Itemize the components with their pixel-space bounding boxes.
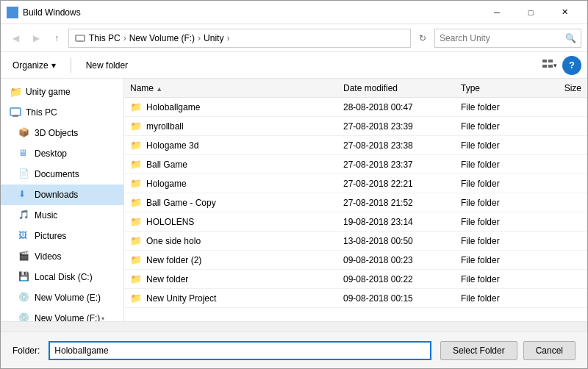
sidebar-item-videos[interactable]: 🎬 Videos <box>1 246 123 267</box>
path-segment-newvolume: New Volume (F:) <box>129 33 195 43</box>
file-folder-icon: 📁 <box>130 273 142 284</box>
file-type: File folder <box>455 274 528 284</box>
sidebar-item-local-disk-c[interactable]: 💾 Local Disk (C:) <box>1 267 123 287</box>
help-button[interactable]: ? <box>562 56 581 75</box>
svg-rect-13 <box>12 116 18 117</box>
close-button[interactable]: ✕ <box>548 1 581 24</box>
file-type: File folder <box>455 236 528 246</box>
search-icon: 🔍 <box>565 33 576 43</box>
pictures-icon: 🖼 <box>18 230 30 242</box>
file-folder-icon: 📁 <box>130 197 142 208</box>
address-bar: ◀ ▶ ↑ This PC › New Volume (F:) › Unity … <box>1 24 587 52</box>
folder-input[interactable] <box>49 341 431 360</box>
file-date: 09-08-2018 00:23 <box>337 255 455 265</box>
table-row[interactable]: 📁 Hologame 3d 27-08-2018 23:38 File fold… <box>124 136 587 155</box>
file-type: File folder <box>455 121 528 132</box>
sidebar-item-new-volume-e[interactable]: 💿 New Volume (E:) <box>1 287 123 308</box>
organize-arrow-icon: ▾ <box>51 60 56 71</box>
file-date: 09-08-2018 00:22 <box>337 274 455 284</box>
file-date: 13-08-2018 00:50 <box>337 236 455 246</box>
minimize-button[interactable]: ─ <box>480 1 514 24</box>
svg-rect-0 <box>8 8 12 12</box>
videos-icon: 🎬 <box>18 251 30 262</box>
search-input[interactable] <box>440 33 565 43</box>
file-folder-icon: 📁 <box>130 178 142 189</box>
table-row[interactable]: 📁 Ball Game 27-08-2018 23:37 File folder <box>124 155 587 174</box>
file-rows-container: 📁 Holoballgame 28-08-2018 00:47 File fol… <box>124 98 587 308</box>
column-size[interactable]: Size <box>528 83 587 93</box>
horizontal-scrollbar[interactable] <box>1 321 587 332</box>
file-name: 📁 One side holo <box>124 235 337 246</box>
address-path[interactable]: This PC › New Volume (F:) › Unity › <box>68 29 411 48</box>
svg-rect-9 <box>542 65 547 68</box>
back-button[interactable]: ◀ <box>7 29 24 47</box>
computer-icon <box>10 107 21 118</box>
svg-rect-4 <box>76 35 85 41</box>
sidebar-item-documents[interactable]: 📄 Documents <box>1 164 123 184</box>
file-list: Name ▲ Date modified Type Size 📁 Holobal… <box>124 79 587 321</box>
file-name: 📁 New Unity Project <box>124 293 337 304</box>
file-date: 19-08-2018 23:14 <box>337 217 455 227</box>
path-segment-unity: Unity <box>204 33 223 43</box>
file-folder-icon: 📁 <box>130 235 142 246</box>
sidebar-item-downloads[interactable]: ⬇ Downloads <box>1 184 123 205</box>
file-name: 📁 Ball Game <box>124 159 337 170</box>
file-name: 📁 Hologame 3d <box>124 140 337 151</box>
table-row[interactable]: 📁 New folder 09-08-2018 00:22 File folde… <box>124 270 587 289</box>
table-row[interactable]: 📁 New folder (2) 09-08-2018 00:23 File f… <box>124 251 587 270</box>
svg-rect-6 <box>77 41 83 42</box>
refresh-button[interactable]: ↻ <box>414 29 431 47</box>
footer-buttons: Select Folder Cancel <box>440 341 576 360</box>
sidebar-item-desktop[interactable]: 🖥 Desktop <box>1 143 123 164</box>
file-name: 📁 New folder (2) <box>124 254 337 265</box>
cancel-button[interactable]: Cancel <box>523 341 576 360</box>
up-button[interactable]: ↑ <box>48 29 65 47</box>
sidebar-item-music[interactable]: 🎵 Music <box>1 205 123 226</box>
sidebar-item-pictures[interactable]: 🖼 Pictures <box>1 226 123 246</box>
column-date[interactable]: Date modified <box>337 83 455 93</box>
table-row[interactable]: 📁 HOLOLENS 19-08-2018 23:14 File folder <box>124 212 587 232</box>
footer: Folder: Select Folder Cancel <box>1 332 587 368</box>
table-row[interactable]: 📁 myrollball 27-08-2018 23:39 File folde… <box>124 117 587 136</box>
search-box[interactable]: 🔍 <box>434 29 581 48</box>
organize-button[interactable]: Organize ▾ <box>7 56 62 75</box>
select-folder-button[interactable]: Select Folder <box>440 341 517 360</box>
title-bar-controls: ─ □ ✕ <box>480 1 581 24</box>
drive-f-icon: 💿 <box>18 312 30 321</box>
new-folder-button[interactable]: New folder <box>80 56 134 75</box>
toolbar: Organize ▾ New folder ▾ ? <box>1 52 587 79</box>
maximize-button[interactable]: □ <box>514 1 548 24</box>
file-folder-icon: 📁 <box>130 254 142 265</box>
expand-arrow-icon: ▾ <box>101 315 104 322</box>
table-row[interactable]: 📁 One side holo 13-08-2018 00:50 File fo… <box>124 232 587 251</box>
toolbar-right: ▾ ? <box>539 56 581 75</box>
view-arrow-icon: ▾ <box>553 62 557 69</box>
sidebar-item-this-pc[interactable]: This PC <box>1 102 123 123</box>
svg-rect-2 <box>8 13 12 17</box>
file-type: File folder <box>455 179 528 189</box>
column-type[interactable]: Type <box>455 83 528 93</box>
toolbar-separator <box>71 58 71 73</box>
file-type: File folder <box>455 255 528 265</box>
drive-c-icon: 💾 <box>18 271 30 283</box>
table-row[interactable]: 📁 Ball Game - Copy 27-08-2018 21:52 File… <box>124 193 587 212</box>
sidebar-item-3d-objects[interactable]: 📦 3D Objects <box>1 123 123 143</box>
table-row[interactable]: 📁 Holoballgame 28-08-2018 00:47 File fol… <box>124 98 587 117</box>
table-row[interactable]: 📁 New Unity Project 09-08-2018 00:15 Fil… <box>124 289 587 308</box>
scrollbar-track[interactable] <box>2 323 587 331</box>
title-bar: Build Windows ─ □ ✕ <box>1 1 587 24</box>
forward-button[interactable]: ▶ <box>27 29 45 47</box>
music-icon: 🎵 <box>18 209 30 221</box>
column-name[interactable]: Name ▲ <box>124 83 337 93</box>
file-date: 27-08-2018 21:52 <box>337 198 455 208</box>
file-type: File folder <box>455 217 528 227</box>
main-content: 📁 Unity game This PC 📦 3D Objects 🖥 Desk… <box>1 79 587 321</box>
file-folder-icon: 📁 <box>130 159 142 170</box>
back-icon: ◀ <box>12 33 19 43</box>
table-row[interactable]: 📁 Hologame 27-08-2018 22:21 File folder <box>124 174 587 193</box>
sidebar-item-unity-game[interactable]: 📁 Unity game <box>1 82 123 102</box>
file-folder-icon: 📁 <box>130 216 142 227</box>
view-button[interactable]: ▾ <box>539 56 559 75</box>
sidebar-item-new-volume-f[interactable]: 💿 New Volume (F:) ▾ <box>1 308 123 321</box>
file-name: 📁 New folder <box>124 273 337 284</box>
